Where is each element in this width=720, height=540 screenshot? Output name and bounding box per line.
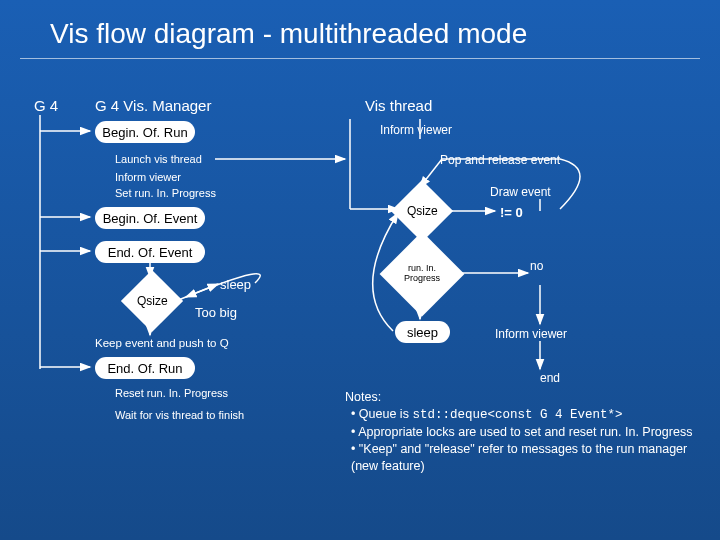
sleep-right-box: sleep (395, 321, 450, 343)
sleep-left-label: sleep (220, 277, 251, 292)
neq-zero-label: != 0 (500, 205, 523, 220)
notes-block: Notes: Queue is std::deque<const G 4 Eve… (345, 389, 700, 474)
inform-viewer-left-label: Inform viewer (115, 171, 181, 183)
g4-label: G 4 (34, 97, 58, 114)
run-in-progress-diamond: run. In. Progress (380, 232, 465, 317)
g4vismanager-label: G 4 Vis. Manager (95, 97, 211, 114)
notes-item-2: Appropriate locks are used to set and re… (351, 424, 700, 441)
inform-viewer-2-label: Inform viewer (495, 327, 567, 341)
draw-event-label: Draw event (490, 185, 551, 199)
vis-thread-label: Vis thread (365, 97, 432, 114)
pop-release-label: Pop and release event (440, 153, 560, 167)
launch-vis-label: Launch vis thread (115, 153, 202, 165)
inform-viewer-right-label: Inform viewer (380, 123, 452, 137)
wait-vis-label: Wait for vis thread to finish (115, 409, 244, 421)
end-of-run-box: End. Of. Run (95, 357, 195, 379)
notes-item-3: "Keep" and "release" refer to messages t… (351, 441, 700, 475)
page-title: Vis flow diagram - multithreaded mode (20, 0, 700, 59)
qsize-left-diamond: Qsize (121, 270, 183, 332)
begin-of-event-box: Begin. Of. Event (95, 207, 205, 229)
too-big-label: Too big (195, 305, 237, 320)
diagram-canvas: G 4 G 4 Vis. Manager Vis thread Begin. O… (0, 59, 720, 519)
notes-item-1: Queue is std::deque<const G 4 Event*> (351, 406, 700, 424)
notes-header: Notes: (345, 389, 700, 406)
begin-of-run-box: Begin. Of. Run (95, 121, 195, 143)
keep-event-label: Keep event and push to Q (95, 337, 229, 349)
set-run-in-progress-label: Set run. In. Progress (115, 187, 216, 199)
svg-line-7 (176, 284, 218, 301)
reset-run-in-progress-label: Reset run. In. Progress (115, 387, 228, 399)
no-label: no (530, 259, 543, 273)
end-label: end (540, 371, 560, 385)
end-of-event-box: End. Of. Event (95, 241, 205, 263)
